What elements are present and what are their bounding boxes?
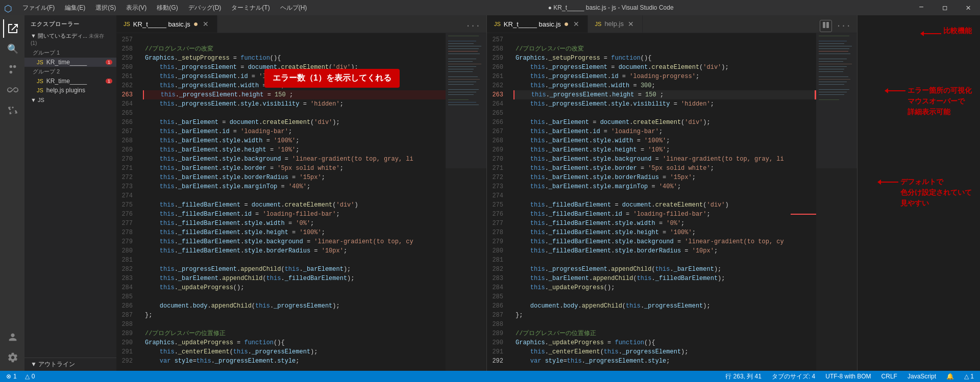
code-line-r269: this._barElement.style.height = '10%';	[513, 145, 816, 155]
right-tab-help-js[interactable]: JS help.js ✕	[588, 15, 643, 33]
code-line-264: this._progressElement.style.visibility =…	[143, 99, 446, 109]
line-num: 286	[487, 301, 509, 311]
status-line-ending[interactable]: CRLF	[879, 373, 899, 380]
right-tab-close-2[interactable]: ✕	[627, 19, 635, 29]
line-ending-text: CRLF	[881, 373, 897, 380]
minimize-button[interactable]: −	[910, 0, 933, 15]
activity-debug[interactable]	[3, 81, 21, 99]
code-line-r287: };	[513, 311, 816, 320]
menu-file[interactable]: ファイル(F)	[17, 2, 60, 14]
more-actions-button[interactable]: ···	[463, 19, 482, 33]
code-line-279: this._filledBarElement.style.background …	[143, 237, 446, 246]
activity-explorer[interactable]	[3, 19, 21, 38]
code-line-r263-error: this._progressElement.height = 150 ;	[513, 90, 816, 99]
right-code-content[interactable]: //プログレスバーの改変 Graphics._setupProgress = f…	[513, 33, 816, 371]
activity-accounts[interactable]	[3, 328, 21, 346]
menu-view[interactable]: 表示(V)	[121, 2, 152, 14]
line-num: 275	[487, 200, 509, 210]
menu-goto[interactable]: 移動(G)	[152, 2, 183, 14]
sidebar-file-kr-basic-js-2[interactable]: JS KR_time_____ 1	[24, 77, 116, 86]
line-num-error: 263	[116, 90, 139, 99]
split-icon	[822, 21, 829, 29]
line-num: 278	[116, 228, 139, 237]
code-line-285	[143, 292, 446, 301]
code-line-258: //プログレスバーの改変	[143, 44, 446, 54]
line-num: 276	[487, 210, 509, 219]
code-line-r267: this._barElement.id = 'loading-bar';	[513, 127, 816, 136]
minimap-viewport	[446, 33, 486, 168]
status-notifications[interactable]: 🔔	[944, 373, 956, 380]
status-position[interactable]: 行 263, 列 41	[723, 372, 764, 381]
status-encoding[interactable]: UTF-8 with BOM	[823, 373, 873, 380]
left-tab-basic-js[interactable]: JS KR_t_____ basic.js ● ✕	[116, 15, 217, 33]
line-num: 266	[116, 118, 139, 127]
sidebar-group1-label: グループ 1	[24, 48, 116, 58]
code-line-274	[143, 191, 446, 200]
sidebar-file-help-js[interactable]: JS help.js plugins	[24, 86, 116, 95]
code-line-265	[143, 109, 446, 118]
split-editors: JS KR_t_____ basic.js ● ✕ ··· エラー数（1）を表示…	[116, 15, 980, 371]
menu-edit[interactable]: 編集(E)	[60, 2, 90, 14]
position-text: 行 263, 列 41	[725, 372, 762, 381]
menu-help[interactable]: ヘルプ(H)	[275, 2, 312, 14]
line-num: 277	[116, 219, 139, 228]
code-line-259: Graphics._setupProgress = function(){	[143, 54, 446, 63]
code-line-283: this._barElement.appendChild(this._fille…	[143, 274, 446, 283]
activity-search[interactable]: 🔍	[3, 40, 21, 58]
right-tab-bar: JS KR_t_____ basic.js ● ✕ JS help.js ✕	[487, 15, 857, 33]
code-line-r276: this._filledBarElement.id = 'loading-fil…	[513, 210, 816, 219]
line-num: 274	[116, 191, 139, 200]
sidebar-outline[interactable]: ▼ アウトライン	[24, 358, 116, 371]
color-coding-arrow	[878, 182, 898, 183]
line-num: 273	[487, 182, 509, 191]
left-minimap	[446, 33, 486, 371]
left-editor-scroll[interactable]: エラー数（1）を表示してくれる 257 258 259 260 261 262 …	[116, 33, 486, 371]
right-tab-basic-js[interactable]: JS KR_t_____ basic.js ● ✕	[487, 15, 588, 33]
line-num: 264	[116, 99, 139, 109]
status-tab-size[interactable]: タブのサイズ: 4	[770, 372, 817, 381]
sidebar-js-section[interactable]: ▼ JS	[24, 95, 116, 105]
status-error-badge[interactable]: △ 1	[962, 373, 976, 380]
code-line-r282: this._progressElement.appendChild(this._…	[513, 265, 816, 274]
sidebar-open-editors[interactable]: ▼ 開いているエディ... 未保存 (1)	[24, 30, 116, 48]
activity-extensions[interactable]	[3, 101, 21, 119]
menu-debug[interactable]: デバッグ(D)	[183, 2, 227, 14]
compare-annotation-content: 比較機能	[921, 26, 972, 36]
line-num: 277	[487, 219, 509, 228]
code-line-r265	[513, 109, 816, 118]
line-num: 291	[487, 347, 509, 356]
activity-scm[interactable]	[3, 60, 21, 79]
right-editor-scroll[interactable]: 257 258 259 260 261 262 263 264 265 266 …	[487, 33, 857, 371]
error-badge-2: 1	[106, 79, 112, 84]
tab-close-button[interactable]: ✕	[202, 19, 210, 29]
close-button[interactable]: ✕	[957, 0, 980, 15]
activity-bar: 🔍	[0, 15, 24, 371]
split-editor-button[interactable]	[820, 20, 832, 32]
js-file-icon-2: JS	[37, 78, 43, 84]
error-badge-1: 1	[106, 60, 112, 65]
code-line-r272: this._barElement.style.borderRadius = '1…	[513, 173, 816, 182]
code-line-272: this._barElement.style.borderRadius = '1…	[143, 173, 446, 182]
compare-feature-label: 比較機能	[943, 26, 972, 36]
status-errors[interactable]: ⊗ 1	[4, 373, 19, 380]
activity-settings[interactable]	[3, 348, 21, 367]
code-line	[143, 35, 446, 44]
window-controls: − ◻ ✕	[910, 0, 980, 15]
maximize-button[interactable]: ◻	[933, 0, 957, 15]
code-line-r258: //プログレスバーの改変	[513, 44, 816, 54]
status-warnings[interactable]: △ 0	[23, 373, 37, 380]
svg-rect-23	[823, 22, 825, 28]
right-tab-close-1[interactable]: ✕	[572, 19, 580, 29]
line-num: 269	[487, 145, 509, 155]
menu-select[interactable]: 選択(S)	[90, 2, 121, 14]
menu-terminal[interactable]: ターミナル(T)	[226, 2, 275, 14]
status-language[interactable]: JavaScript	[905, 373, 938, 380]
sidebar-file-kr-basic-js-1[interactable]: JS KR_time_____ 1	[24, 58, 116, 67]
more-actions-button-right[interactable]: ···	[834, 19, 853, 33]
red-underline-indicator	[791, 214, 816, 215]
code-line-r289: //プログレスバーの位置修正	[513, 329, 816, 338]
code-line-r270: this._barElement.style.background = 'lin…	[513, 155, 816, 164]
error-viz-arrow	[885, 90, 905, 91]
code-line-278: this._filledBarElement.style.height = '1…	[143, 228, 446, 237]
encoding-text: UTF-8 with BOM	[825, 373, 871, 380]
